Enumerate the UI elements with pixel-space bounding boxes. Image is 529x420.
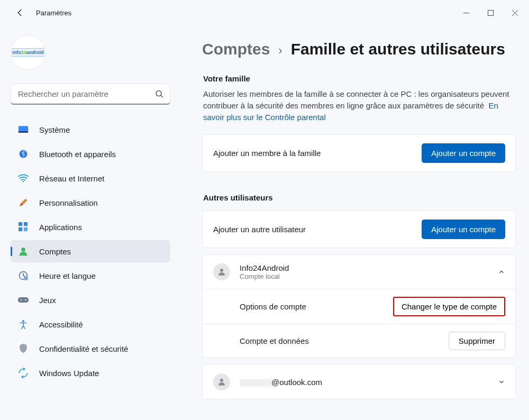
close-button[interactable] [503, 4, 527, 21]
family-heading: Votre famille [203, 74, 516, 83]
nav-label: Heure et langue [39, 271, 96, 280]
user-email-domain: @outlook.com [271, 378, 322, 387]
family-desc-text: Autoriser les membres de la famille à se… [203, 89, 509, 110]
search-icon [155, 90, 164, 99]
avatar-image: info24android [11, 48, 45, 57]
avatar[interactable]: info24android [11, 35, 45, 70]
minimize-icon [463, 10, 469, 16]
svg-point-17 [220, 269, 223, 272]
nav-item-privacy[interactable]: Confidentialité et sécurité [11, 337, 170, 360]
add-other-user-label: Ajouter un autre utilisateur [213, 225, 306, 234]
maximize-icon [488, 10, 494, 16]
svg-rect-2 [19, 126, 28, 132]
change-account-type-button[interactable]: Changer le type de compte [393, 297, 505, 316]
search-input[interactable] [11, 84, 170, 105]
update-icon [17, 367, 30, 379]
svg-point-16 [22, 320, 24, 322]
svg-point-5 [23, 181, 24, 182]
user-card-2: @outlook.com [202, 364, 516, 399]
others-add-card: Ajouter un autre utilisateur Ajouter un … [202, 211, 516, 248]
nav-item-personalization[interactable]: Personnalisation [11, 191, 170, 214]
page-title: Famille et autres utilisateurs [291, 40, 505, 58]
maximize-button[interactable] [478, 4, 503, 21]
add-family-label: Ajouter un membre à la famille [213, 149, 321, 158]
window-controls [454, 4, 527, 21]
svg-point-15 [25, 299, 26, 300]
nav-item-apps[interactable]: Applications [11, 216, 170, 238]
nav-item-windows-update[interactable]: Windows Update [11, 362, 170, 384]
account-options-row: Options de compte Changer le type de com… [203, 289, 516, 324]
svg-rect-9 [24, 227, 28, 231]
back-button[interactable] [10, 2, 31, 23]
gamepad-icon [17, 294, 30, 306]
svg-point-14 [21, 299, 22, 300]
svg-rect-0 [488, 10, 493, 15]
nav-item-time-language[interactable]: Heure et langue [11, 264, 170, 287]
window-title: Paramètres [36, 9, 71, 17]
nav-item-accounts[interactable]: Comptes [11, 240, 170, 262]
chevron-up-icon [498, 268, 505, 276]
redacted-name [240, 379, 271, 387]
titlebar: Paramètres [0, 0, 529, 25]
nav-item-accessibility[interactable]: Accessibilité [11, 313, 170, 335]
nav-label: Confidentialité et sécurité [39, 344, 128, 353]
add-family-button[interactable]: Ajouter un compte [422, 143, 505, 163]
brush-icon [17, 196, 30, 209]
nav-label: Système [39, 125, 70, 134]
person-icon [213, 373, 230, 390]
close-icon [512, 10, 518, 16]
svg-rect-6 [19, 222, 22, 226]
arrow-back-icon [15, 8, 25, 17]
svg-rect-3 [19, 131, 28, 133]
account-data-row: Compte et données Supprimer [203, 324, 516, 358]
nav-item-network[interactable]: Réseau et Internet [11, 167, 170, 189]
chevron-down-icon [498, 378, 505, 386]
system-icon [17, 123, 30, 136]
sidebar: info24android Système Bluetooth et appar… [0, 25, 181, 420]
nav-label: Applications [39, 223, 82, 232]
shield-icon [17, 342, 30, 355]
family-description: Autoriser les membres de la famille à se… [203, 88, 516, 123]
clock-globe-icon [17, 269, 30, 282]
search-box [11, 84, 170, 105]
nav-label: Personnalisation [39, 198, 98, 207]
nav-label: Bluetooth et appareils [39, 150, 116, 159]
nav-item-gaming[interactable]: Jeux [11, 289, 170, 311]
bluetooth-icon [17, 148, 30, 160]
nav-label: Comptes [39, 247, 71, 256]
remove-account-button[interactable]: Supprimer [449, 332, 505, 350]
others-heading: Autres utilisateurs [203, 193, 516, 202]
user-name: Info24Android [240, 263, 289, 272]
nav-list: Système Bluetooth et appareils Réseau et… [11, 118, 170, 384]
user-card-1: Info24Android Compte local Options de co… [202, 254, 516, 358]
account-data-label: Compte et données [240, 336, 309, 345]
accessibility-icon [17, 318, 30, 331]
person-icon [17, 245, 30, 258]
user-row-collapsed[interactable]: @outlook.com [203, 365, 516, 399]
svg-point-1 [156, 91, 161, 96]
user-email: @outlook.com [240, 378, 322, 387]
wifi-icon [17, 172, 30, 185]
main-content: Comptes › Famille et autres utilisateurs… [181, 25, 529, 420]
apps-icon [17, 221, 30, 233]
nav-label: Réseau et Internet [39, 174, 104, 183]
chevron-right-icon: › [278, 44, 282, 58]
svg-rect-8 [19, 227, 22, 231]
nav-label: Jeux [39, 296, 56, 305]
family-add-card: Ajouter un membre à la famille Ajouter u… [202, 134, 516, 172]
user-row-expanded[interactable]: Info24Android Compte local [203, 255, 516, 289]
svg-rect-7 [24, 222, 28, 226]
nav-item-bluetooth[interactable]: Bluetooth et appareils [11, 143, 170, 165]
person-icon [213, 263, 230, 280]
nav-label: Windows Update [39, 369, 99, 378]
breadcrumb-parent[interactable]: Comptes [202, 40, 270, 58]
breadcrumb: Comptes › Famille et autres utilisateurs [202, 40, 516, 58]
nav-item-system[interactable]: Système [11, 118, 170, 141]
nav-label: Accessibilité [39, 320, 83, 329]
add-other-user-button[interactable]: Ajouter un compte [422, 220, 505, 239]
svg-point-12 [24, 276, 28, 280]
minimize-button[interactable] [454, 4, 478, 21]
svg-point-18 [220, 379, 223, 382]
account-options-label: Options de compte [240, 302, 306, 311]
svg-rect-13 [18, 297, 29, 303]
